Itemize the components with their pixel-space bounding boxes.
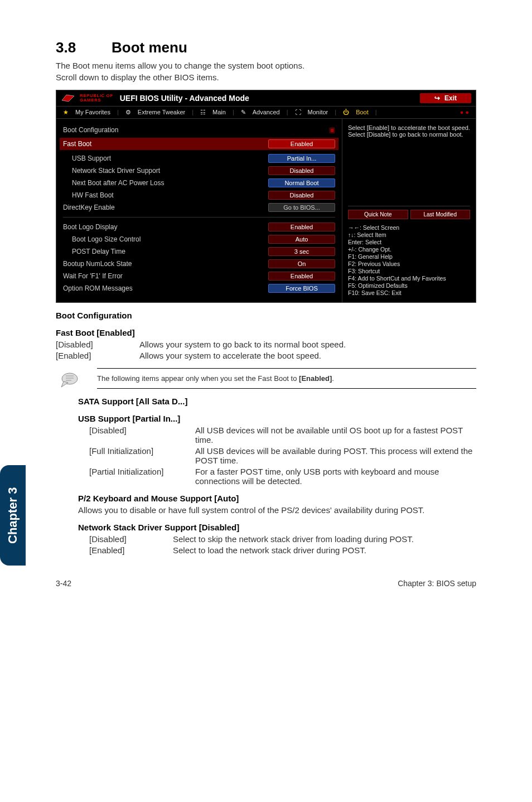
quick-note-button[interactable]: Quick Note bbox=[348, 210, 408, 219]
heading-net: Network Stack Driver Support [Disabled] bbox=[78, 523, 476, 532]
note-block: The following items appear only when you… bbox=[60, 368, 476, 389]
tab-boot-icon: ⏻ bbox=[343, 109, 349, 116]
row-hw-fast[interactable]: HW Fast Boot Disabled bbox=[63, 189, 335, 201]
row-rom-msg[interactable]: Option ROM Messages Force BIOS bbox=[63, 282, 335, 294]
net-options: [Disabled]Select to skip the network sta… bbox=[89, 534, 476, 555]
tab-main[interactable]: Main bbox=[212, 109, 226, 116]
field-post-delay[interactable]: 3 sec bbox=[268, 247, 335, 256]
fb-disabled-k: [Disabled] bbox=[56, 340, 139, 349]
label-post-delay: POST Delay Time bbox=[72, 248, 125, 255]
heading-ps2: P/2 Keyboard and Mouse Support [Auto] bbox=[78, 494, 476, 503]
page-footer: 3-42 Chapter 3: BIOS setup bbox=[0, 579, 532, 605]
net-enabled-k: [Enabled] bbox=[89, 545, 173, 555]
heading-boot-config: Boot Configuration bbox=[56, 311, 476, 320]
hk-select-item: ↑↓: Select Item bbox=[348, 231, 470, 238]
usb-disabled-v: All USB devices will not be available un… bbox=[195, 426, 476, 445]
hk-f5: F5: Optimized Defaults bbox=[348, 282, 470, 289]
tab-tweaker[interactable]: Extreme Tweaker bbox=[138, 109, 185, 116]
field-boot-logo[interactable]: Enabled bbox=[268, 223, 335, 231]
hk-f2: F2: Previous Values bbox=[348, 260, 470, 267]
last-modified-button[interactable]: Last Modified bbox=[410, 210, 471, 219]
row-directkey[interactable]: DirectKey Enable Go to BIOS... bbox=[63, 201, 335, 214]
row-boot-logo[interactable]: Boot Logo Display Enabled bbox=[63, 221, 335, 233]
label-rom-msg: Option ROM Messages bbox=[63, 284, 133, 292]
intro-1: The Boot menu items allow you to change … bbox=[56, 61, 476, 70]
field-fast-boot[interactable]: Enabled bbox=[268, 139, 335, 148]
exit-icon: ↪ bbox=[434, 94, 440, 102]
row-wait-f1[interactable]: Wait For 'F1' If Error Enabled bbox=[63, 270, 335, 282]
fb-enabled-k: [Enabled] bbox=[56, 351, 139, 360]
label-numlock: Bootup NumLock State bbox=[63, 260, 132, 268]
tab-advanced-icon: ✎ bbox=[241, 109, 246, 116]
field-net-stack[interactable]: Disabled bbox=[268, 166, 335, 175]
fb-enabled-v: Allows your system to accelerate the boo… bbox=[139, 351, 476, 360]
label-usb-support: USB Support bbox=[72, 154, 111, 162]
row-numlock[interactable]: Bootup NumLock State On bbox=[63, 258, 335, 270]
chapter-tab: Chapter 3 bbox=[0, 465, 26, 566]
net-disabled-v: Select to skip the network stack driver … bbox=[173, 534, 476, 544]
field-usb-support[interactable]: Partial In... bbox=[268, 154, 335, 163]
hk-f4: F4: Add to ShortCut and My Favorites bbox=[348, 275, 470, 282]
section-name: Boot menu bbox=[112, 39, 187, 56]
tab-boot[interactable]: Boot bbox=[356, 109, 369, 116]
row-fast-boot[interactable]: Fast Boot Enabled bbox=[60, 138, 338, 150]
tab-main-icon: ☷ bbox=[200, 109, 206, 116]
bios-right-pane: Select [Enable] to accelerate the boot s… bbox=[342, 119, 476, 302]
label-boot-logo: Boot Logo Display bbox=[63, 223, 117, 231]
label-next-boot: Next Boot after AC Power Loss bbox=[72, 179, 164, 187]
hk-f1: F1: General Help bbox=[348, 253, 470, 260]
note-icon bbox=[60, 369, 79, 388]
hk-change: +/-: Change Opt. bbox=[348, 246, 470, 253]
net-disabled-k: [Disabled] bbox=[89, 534, 173, 544]
row-usb-support[interactable]: USB Support Partial In... bbox=[63, 152, 335, 165]
bios-tab-bar: ★ My Favorites| ⚙ Extreme Tweaker| ☷ Mai… bbox=[56, 107, 476, 119]
field-hw-fast[interactable]: Disabled bbox=[268, 191, 335, 200]
field-directkey[interactable]: Go to BIOS... bbox=[268, 203, 335, 212]
fb-disabled-v: Allows your system to go back to its nor… bbox=[139, 340, 476, 349]
section-number: 3.8 bbox=[56, 39, 112, 56]
heading-usb: USB Support [Partial In...] bbox=[78, 414, 476, 423]
exit-label: Exit bbox=[444, 94, 457, 102]
field-numlock[interactable]: On bbox=[268, 259, 335, 268]
field-next-boot[interactable]: Normal Boot bbox=[268, 178, 335, 187]
tab-advanced[interactable]: Advanced bbox=[253, 109, 280, 116]
fastboot-options: [Disabled]Allows your system to go back … bbox=[56, 340, 476, 360]
heading-fast-boot: Fast Boot [Enabled] bbox=[56, 328, 476, 337]
ps2-text: Allows you to disable or have full syste… bbox=[78, 505, 476, 515]
net-enabled-v: Select to load the network stack driver … bbox=[173, 545, 476, 555]
field-wait-f1[interactable]: Enabled bbox=[268, 272, 335, 281]
label-directkey: DirectKey Enable bbox=[63, 204, 115, 211]
note-text: The following items appear only when you… bbox=[97, 368, 476, 389]
usb-options: [Disabled]All USB devices will not be av… bbox=[89, 426, 476, 486]
bios-left-pane: Boot Configuration ▣ Fast Boot Enabled U… bbox=[56, 119, 342, 302]
label-hw-fast: HW Fast Boot bbox=[72, 191, 114, 199]
label-logo-size: Boot Logo Size Control bbox=[72, 235, 141, 243]
usb-full-v: All USB devices will be available during… bbox=[195, 446, 476, 465]
favorites-icon: ★ bbox=[63, 109, 69, 116]
chapter-label: Chapter 3: BIOS setup bbox=[398, 579, 476, 588]
field-rom-msg[interactable]: Force BIOS bbox=[268, 284, 335, 293]
hk-select-screen: →←: Select Screen bbox=[348, 224, 470, 231]
tab-favorites[interactable]: My Favorites bbox=[75, 109, 110, 116]
label-wait-f1: Wait For 'F1' If Error bbox=[63, 272, 123, 280]
scroll-indicator-icon: ▣ bbox=[329, 126, 335, 134]
bios-panel: REPUBLIC OF GAMERS UEFI BIOS Utility - A… bbox=[56, 90, 476, 303]
rog-logo-icon bbox=[61, 93, 75, 104]
tab-tweaker-icon: ⚙ bbox=[125, 109, 131, 116]
usb-partial-v: For a faster POST time, only USB ports w… bbox=[195, 467, 476, 486]
row-next-boot[interactable]: Next Boot after AC Power Loss Normal Boo… bbox=[63, 177, 335, 189]
row-post-delay[interactable]: POST Delay Time 3 sec bbox=[63, 245, 335, 258]
tab-monitor-icon: ⛶ bbox=[295, 109, 301, 116]
hotkey-list: →←: Select Screen ↑↓: Select Item Enter:… bbox=[348, 224, 470, 297]
field-logo-size[interactable]: Auto bbox=[268, 235, 335, 244]
context-help: Select [Enable] to accelerate the boot s… bbox=[348, 124, 470, 202]
row-logo-size[interactable]: Boot Logo Size Control Auto bbox=[63, 233, 335, 245]
section-title: 3.8Boot menu bbox=[56, 39, 476, 56]
tabs-more[interactable]: ● ● bbox=[460, 109, 469, 116]
row-net-stack[interactable]: Network Stack Driver Support Disabled bbox=[63, 165, 335, 177]
label-net-stack: Network Stack Driver Support bbox=[72, 167, 160, 175]
hk-f3: F3: Shortcut bbox=[348, 268, 470, 274]
bios-header: REPUBLIC OF GAMERS UEFI BIOS Utility - A… bbox=[56, 90, 476, 107]
tab-monitor[interactable]: Monitor bbox=[308, 109, 328, 116]
exit-button[interactable]: ↪ Exit bbox=[420, 93, 471, 103]
